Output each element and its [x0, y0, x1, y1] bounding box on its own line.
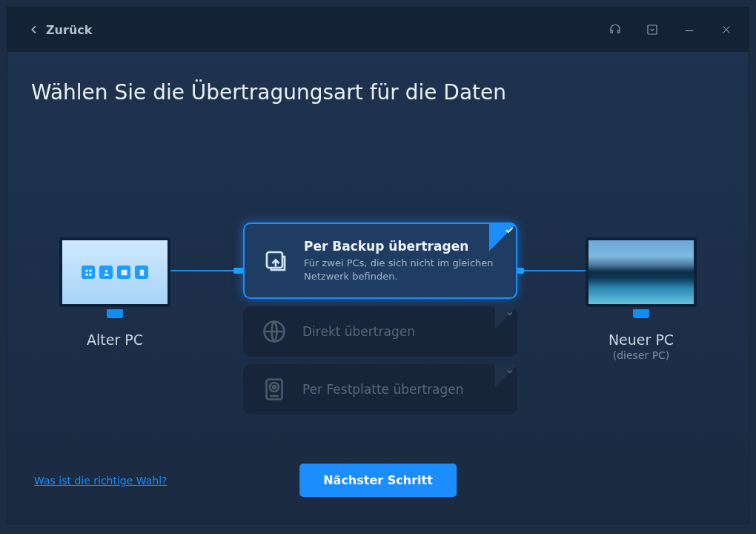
apps-icon — [82, 266, 95, 279]
network-icon — [259, 317, 289, 346]
svg-rect-3 — [85, 273, 87, 275]
file-icon — [135, 266, 148, 279]
option-title: Direkt übertragen — [302, 324, 415, 339]
dropdown-box-icon — [646, 23, 659, 36]
old-pc-monitor-icon — [59, 237, 170, 307]
back-label: Zurück — [46, 23, 92, 37]
disk-icon — [259, 375, 289, 404]
minimize-button[interactable] — [677, 18, 701, 42]
old-pc-label: Alter PC — [52, 332, 178, 348]
option-title: Per Backup übertragen — [304, 239, 497, 254]
selected-check-icon — [489, 222, 517, 251]
option-description: Für zwei PCs, die sich nicht im gleichen… — [304, 257, 497, 283]
old-pc-graphic: Alter PC — [52, 237, 178, 348]
next-step-button[interactable]: Nächster Schritt — [299, 464, 457, 497]
backup-icon — [261, 246, 291, 276]
minimize-icon — [683, 23, 696, 36]
chevron-down-icon — [495, 306, 517, 329]
svg-point-7 — [122, 271, 124, 272]
svg-point-5 — [105, 269, 107, 272]
user-icon — [99, 266, 113, 279]
svg-rect-4 — [89, 273, 91, 275]
transfer-options: Per Backup übertragen Für zwei PCs, die … — [243, 222, 517, 422]
image-icon — [117, 266, 130, 279]
new-pc-sublabel: (dieser PC) — [578, 349, 704, 361]
close-icon — [720, 23, 733, 36]
svg-point-11 — [270, 383, 279, 392]
chevron-down-icon — [495, 364, 517, 386]
svg-rect-2 — [89, 269, 91, 271]
svg-rect-1 — [85, 269, 87, 271]
option-backup-transfer[interactable]: Per Backup übertragen Für zwei PCs, die … — [243, 222, 517, 299]
new-pc-graphic: Neuer PC (dieser PC) — [578, 237, 704, 361]
headset-icon — [609, 23, 622, 36]
new-pc-monitor-icon — [586, 237, 697, 307]
option-title: Per Festplatte übertragen — [302, 382, 464, 397]
back-button[interactable]: Zurück — [28, 23, 92, 37]
help-link[interactable]: Was ist die richtige Wahl? — [34, 475, 168, 487]
svg-rect-0 — [648, 25, 657, 34]
close-button[interactable] — [714, 18, 738, 42]
page-title: Wählen Sie die Übertragungsart für die D… — [31, 80, 506, 105]
menu-button[interactable] — [640, 18, 664, 42]
arrow-left-icon — [28, 24, 40, 36]
option-direct-transfer[interactable]: Direkt übertragen — [243, 306, 517, 357]
new-pc-label: Neuer PC — [578, 332, 704, 348]
svg-point-12 — [273, 386, 276, 389]
support-button[interactable] — [603, 18, 627, 42]
option-disk-transfer[interactable]: Per Festplatte übertragen — [243, 364, 517, 415]
